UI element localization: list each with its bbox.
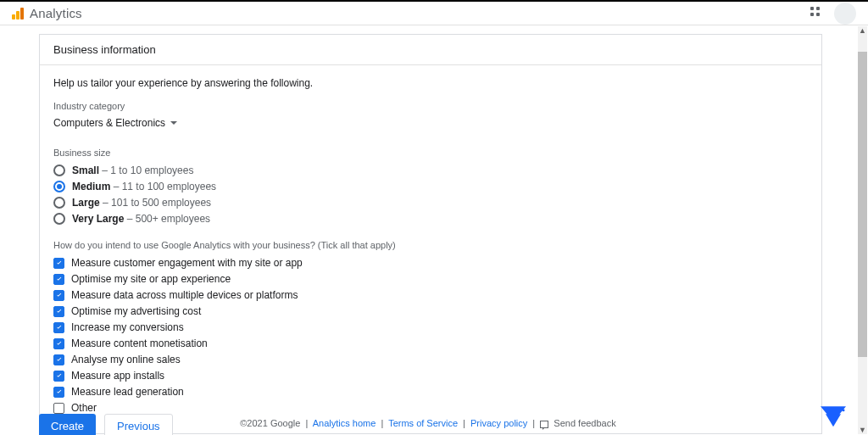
vertical-scrollbar[interactable]: ▲ ▼ — [858, 26, 867, 434]
intro-text: Help us tailor your experience by answer… — [53, 77, 808, 89]
radio-label: Small – 1 to 10 employees — [72, 165, 193, 176]
checkbox-label: Measure data across multiple devices or … — [71, 289, 298, 301]
checkbox-icon — [53, 403, 64, 414]
copyright: ©2021 Google — [240, 418, 300, 428]
footer-link-analytics-home[interactable]: Analytics home — [313, 418, 376, 428]
use-option-checkbox[interactable]: Measure customer engagement with my site… — [53, 257, 808, 269]
checkbox-label: Measure app installs — [71, 370, 164, 382]
watermark-icon — [821, 406, 846, 428]
checkbox-label: Optimise my site or app experience — [71, 273, 231, 285]
use-option-checkbox[interactable]: Measure lead generation — [53, 386, 808, 398]
top-bar: Analytics — [0, 0, 868, 25]
checkbox-icon — [53, 290, 64, 301]
apps-icon[interactable] — [810, 7, 824, 20]
scroll-thumb[interactable] — [858, 52, 867, 357]
industry-value: Computers & Electronics — [53, 117, 165, 129]
radio-icon — [53, 197, 65, 209]
app-title: Analytics — [30, 6, 82, 20]
feedback-icon — [540, 421, 548, 428]
use-option-checkbox[interactable]: Optimise my site or app experience — [53, 273, 808, 285]
send-feedback-link[interactable]: Send feedback — [554, 418, 615, 428]
business-info-card: Business information Help us tailor your… — [39, 34, 822, 434]
checkbox-label: Optimise my advertising cost — [71, 305, 201, 317]
checkbox-label: Increase my conversions — [71, 321, 184, 333]
business-size-radio-medium[interactable]: Medium – 11 to 100 employees — [53, 181, 808, 192]
checkbox-label: Other — [71, 402, 97, 414]
radio-icon — [53, 165, 65, 176]
use-option-checkbox[interactable]: Optimise my advertising cost — [53, 305, 808, 317]
radio-icon — [53, 213, 65, 225]
business-size-radio-very-large[interactable]: Very Large – 500+ employees — [53, 213, 808, 225]
business-size-radio-large[interactable]: Large – 101 to 500 employees — [53, 197, 808, 209]
use-option-checkbox[interactable]: Other — [53, 402, 808, 414]
checkbox-label: Analyse my online sales — [71, 354, 181, 365]
radio-label: Very Large – 500+ employees — [72, 213, 210, 225]
business-size-label: Business size — [53, 148, 808, 158]
scroll-down-icon[interactable]: ▼ — [858, 426, 867, 434]
checkbox-label: Measure customer engagement with my site… — [71, 257, 303, 269]
brand: Analytics — [12, 6, 82, 20]
checkbox-icon — [53, 274, 64, 285]
footer: ©2021 Google | Analytics home | Terms of… — [0, 418, 856, 428]
checkbox-icon — [53, 338, 64, 349]
analytics-logo-icon — [12, 8, 24, 20]
checkbox-label: Measure content monetisation — [71, 337, 208, 349]
svg-marker-1 — [826, 414, 841, 427]
industry-label: Industry category — [53, 101, 808, 111]
use-option-checkbox[interactable]: Increase my conversions — [53, 321, 808, 333]
footer-link-privacy[interactable]: Privacy policy — [470, 418, 527, 428]
content-viewport: Business information Help us tailor your… — [0, 25, 856, 435]
radio-icon — [53, 181, 65, 192]
radio-label: Large – 101 to 500 employees — [72, 197, 211, 209]
checkbox-icon — [53, 387, 64, 398]
use-option-checkbox[interactable]: Analyse my online sales — [53, 354, 808, 365]
checkbox-icon — [53, 258, 64, 269]
checkbox-icon — [53, 306, 64, 317]
business-size-radio-small[interactable]: Small – 1 to 10 employees — [53, 165, 808, 176]
usage-question: How do you intend to use Google Analytic… — [53, 240, 808, 250]
checkbox-label: Measure lead generation — [71, 386, 184, 398]
avatar[interactable] — [834, 3, 856, 25]
radio-label: Medium – 11 to 100 employees — [72, 181, 216, 192]
use-option-checkbox[interactable]: Measure content monetisation — [53, 337, 808, 349]
use-option-checkbox[interactable]: Measure app installs — [53, 370, 808, 382]
use-option-checkbox[interactable]: Measure data across multiple devices or … — [53, 289, 808, 301]
checkbox-icon — [53, 322, 64, 333]
footer-link-terms[interactable]: Terms of Service — [388, 418, 458, 428]
caret-down-icon — [170, 121, 177, 125]
industry-dropdown[interactable]: Computers & Electronics — [53, 117, 177, 129]
checkbox-icon — [53, 371, 64, 382]
scroll-up-icon[interactable]: ▲ — [858, 26, 867, 35]
card-header: Business information — [40, 35, 821, 65]
checkbox-icon — [53, 354, 64, 365]
svg-point-2 — [843, 409, 845, 411]
